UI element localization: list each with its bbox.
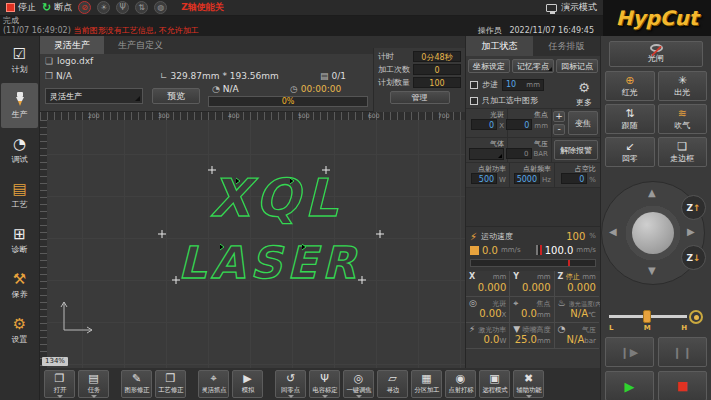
start-button[interactable]: ▶ [605, 371, 654, 400]
z-down-button[interactable]: Z↓ [681, 245, 706, 270]
art-text-laser: LASER [178, 237, 361, 288]
jog-speed-handle[interactable] [643, 310, 651, 323]
sidebar-item-debug[interactable]: ◔ 调试 [0, 128, 39, 173]
go-home-button[interactable]: ↙ 回零 [605, 137, 655, 167]
speed-color-chip [470, 246, 479, 255]
manage-button[interactable]: 管理 [390, 91, 450, 104]
toolbar-shape-correct-button[interactable]: ✎ 图形修正 [121, 370, 152, 398]
canvas-artwork: XQL LASER [40, 112, 465, 368]
sidebar-item-diagnosis[interactable]: ⊞ 诊断 [0, 218, 39, 263]
elapsed-time: 00:00:00 [301, 84, 341, 94]
toolbar-task-button[interactable]: ▤ 任务 [78, 370, 109, 398]
demo-mode-button[interactable]: 演示模式 [546, 1, 597, 14]
speed-slider[interactable] [470, 259, 596, 267]
toolbar-one-key-focus-button[interactable]: ◎ 一键调焦 [343, 370, 374, 398]
motion-speed-box: ⚡ 运动速度 100 % 0.0 mm/s 100.0 mm/s [466, 226, 600, 271]
toolbar-edge-seek-button[interactable]: ▱ 寻边 [377, 370, 408, 398]
jog-center-knob[interactable] [632, 212, 674, 254]
toolbar-spot-marking-button[interactable]: ◉ 点射打标 [445, 370, 476, 398]
only-selected-checkbox[interactable] [470, 97, 478, 105]
tab-process-status[interactable]: 加工状态 [466, 36, 533, 56]
resume-icon: ↻ [42, 1, 51, 14]
jog-speed-slider-group: L M H [609, 307, 703, 333]
speed-label: 运动速度 [481, 231, 513, 242]
material-value: N/A [56, 71, 72, 81]
art-text-xql: XQL [210, 168, 342, 228]
folder-icon: ❐ [55, 373, 65, 385]
camera-icon: ▣ [489, 373, 499, 385]
toolbar-auxiliary-button[interactable]: ✖ 辅助功能 [513, 370, 544, 398]
play-icon: ▶ [625, 379, 635, 394]
toolbar-open-button[interactable]: ❐ 打开 [44, 370, 75, 398]
red-light-button[interactable]: ⊕ 红光 [605, 71, 655, 101]
jog-down-arrow[interactable]: ▼ [648, 265, 656, 276]
zoom-focus-button[interactable]: 变焦 [568, 111, 598, 135]
memory-zero-button[interactable]: 记忆零点 [512, 59, 554, 73]
duty-input[interactable]: 0 [561, 173, 587, 184]
toolbar-partition-process-button[interactable]: ▦ 分区加工 [411, 370, 442, 398]
clear-alarm-button[interactable]: 解除报警 [554, 140, 598, 160]
coordinate-buttons: 坐标设定 记忆零点 回标记点 [466, 56, 600, 76]
pause-icon: ❙❙ [672, 346, 692, 359]
trace-frame-button[interactable]: ❏ 走边框 [658, 137, 708, 167]
z-up-button[interactable]: Z↑ [681, 195, 706, 220]
sidebar-item-maintenance[interactable]: ⚒ 保养 [0, 263, 39, 308]
step-input[interactable]: 10 mm [502, 79, 544, 91]
toolbar-process-correct-button[interactable]: ❒ 工艺修正 [155, 370, 186, 398]
focus-plus-button[interactable]: + [553, 111, 565, 122]
stop-button[interactable]: 停止 [6, 1, 36, 14]
plan-icon: ☑ [13, 46, 26, 62]
sidebar-item-process[interactable]: ▤ 工艺 [0, 173, 39, 218]
gas-select[interactable] [469, 148, 504, 160]
pause-button[interactable]: ❙❙ [658, 337, 707, 367]
toolbar-remote-mode-button[interactable]: ▣ 远程模式 [479, 370, 510, 398]
sidebar-item-production[interactable]: 生产 [1, 83, 38, 128]
focus-status-value: 0.0mm [513, 308, 550, 321]
tab-flexible-production[interactable]: 灵活生产 [40, 36, 104, 54]
focus-input[interactable]: 0 [506, 119, 532, 130]
jog-right-arrow[interactable]: ▶ [687, 226, 695, 237]
shutter-button[interactable]: 光闸 [609, 41, 703, 67]
laser-out-button[interactable]: ✳ 出光 [658, 71, 708, 101]
follow-icon: ⇅ [625, 107, 634, 120]
follow-button[interactable]: ⇅ 跟随 [605, 104, 655, 134]
sidebar-item-plan[interactable]: ☑ 计划 [0, 38, 39, 83]
gear-icon: ⚙ [13, 316, 26, 332]
toolbar-return-origin-button[interactable]: ↺ 回零点 [275, 370, 306, 398]
hypcut-app: 停止 ↻ 断点 ⊘ ☀ Ψ ⇅ ◍ Z轴使能关 演示模式 完成 (11/07 1… [0, 0, 711, 400]
follow-indicator-icon[interactable]: ⇅ [135, 1, 148, 14]
jog-left-arrow[interactable]: ◀ [609, 226, 617, 237]
mode-select[interactable]: 灵活生产 [45, 88, 143, 104]
burst-power-input[interactable]: 500 [471, 173, 497, 184]
breakpoint-resume-button[interactable]: ↻ 断点 [42, 1, 72, 14]
stop-machining-button[interactable]: ■ [658, 371, 707, 400]
pressure-input[interactable]: 0 [506, 148, 532, 159]
mic-indicator-icon[interactable]: Ψ [116, 1, 129, 14]
spot-input[interactable]: 0 [471, 119, 497, 130]
frame-icon: ❏ [677, 140, 687, 153]
preview-button[interactable]: 预览 [152, 88, 200, 104]
burst-freq-input[interactable]: 5000 [514, 173, 540, 184]
toolbar-grab-point-button[interactable]: ⌖ 灵活抓点 [198, 370, 229, 398]
laser-disabled-icon[interactable]: ⊘ [78, 1, 91, 14]
probe-icon: Ψ [320, 373, 329, 385]
step-checkbox[interactable] [470, 81, 478, 89]
tab-task-layout[interactable]: 任务排版 [533, 36, 600, 56]
stop-label: 停止 [18, 1, 36, 14]
blow-air-button[interactable]: ≋ 吹气 [658, 104, 708, 134]
tab-production-custom[interactable]: 生产自定义 [104, 36, 177, 54]
jog-up-arrow[interactable]: ▲ [648, 187, 656, 198]
nozzle-height-icon: ▼ [513, 324, 520, 334]
light-button[interactable] [689, 310, 703, 324]
step-run-button[interactable]: ❙▶ [605, 337, 654, 367]
more-settings[interactable]: ⚙ 更多 [572, 80, 596, 108]
coordinate-set-button[interactable]: 坐标设定 [468, 59, 510, 73]
design-canvas[interactable]: XQL LASER [40, 112, 465, 368]
alarm-indicator-icon[interactable]: ◍ [154, 1, 167, 14]
return-mark-button[interactable]: 回标记点 [556, 59, 598, 73]
toolbar-capacitance-calibration-button[interactable]: Ψ 电容标定 [309, 370, 340, 398]
toolbar-simulate-button[interactable]: ▶ 模拟 [232, 370, 263, 398]
beam-indicator-icon[interactable]: ☀ [97, 1, 110, 14]
focus-minus-button[interactable]: - [553, 124, 565, 135]
sidebar-item-settings[interactable]: ⚙ 设置 [0, 308, 39, 353]
